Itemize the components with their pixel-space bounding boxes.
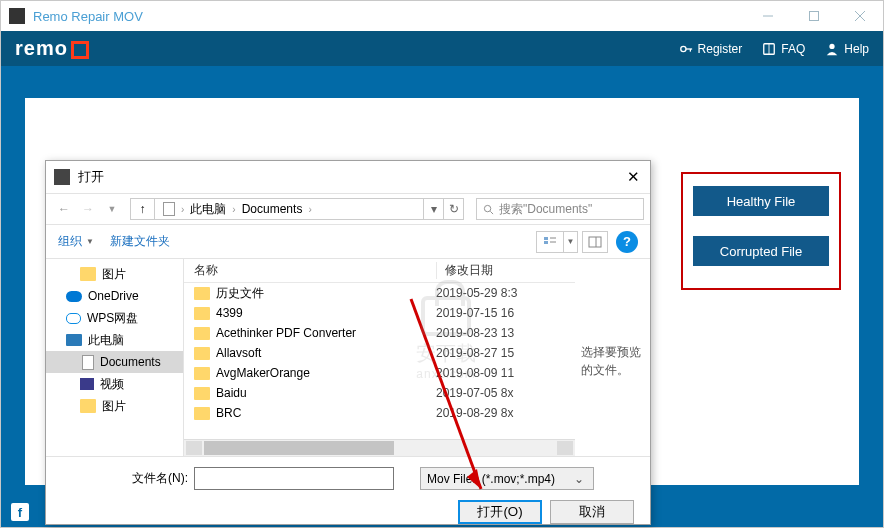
breadcrumb[interactable]: › 此电脑 › Documents › bbox=[155, 198, 423, 220]
help-link[interactable]: Help bbox=[825, 42, 869, 56]
file-date: 2019-07-05 8x bbox=[436, 386, 575, 400]
tree-item[interactable]: OneDrive bbox=[46, 285, 183, 307]
svg-rect-16 bbox=[589, 237, 601, 247]
faq-link[interactable]: FAQ bbox=[762, 42, 805, 56]
horizontal-scrollbar[interactable] bbox=[184, 439, 575, 456]
tree-item-label: OneDrive bbox=[88, 289, 139, 303]
folder-icon bbox=[80, 267, 96, 281]
column-date[interactable]: 修改日期 bbox=[436, 262, 575, 279]
svg-line-11 bbox=[490, 211, 493, 214]
chevron-down-icon: ▼ bbox=[86, 237, 94, 246]
nav-up-button[interactable]: ↑ bbox=[131, 199, 155, 219]
wps-icon bbox=[66, 313, 81, 324]
tree-item-label: 图片 bbox=[102, 398, 126, 415]
file-row[interactable]: Acethinker PDF Converter2019-08-23 13 bbox=[184, 323, 575, 343]
tree-item[interactable]: 视频 bbox=[46, 373, 183, 395]
close-button[interactable] bbox=[837, 1, 883, 31]
dialog-title: 打开 bbox=[78, 168, 104, 186]
corrupted-file-button[interactable]: Corrupted File bbox=[693, 236, 829, 266]
chevron-right-icon: › bbox=[181, 204, 184, 215]
tree-item[interactable]: 图片 bbox=[46, 395, 183, 417]
new-folder-button[interactable]: 新建文件夹 bbox=[110, 233, 170, 250]
folder-icon bbox=[194, 327, 210, 340]
search-icon bbox=[483, 204, 494, 215]
person-icon bbox=[825, 42, 839, 56]
file-name: 4399 bbox=[216, 306, 436, 320]
register-link[interactable]: Register bbox=[679, 42, 743, 56]
preview-pane: 选择要预览的文件。 bbox=[575, 259, 650, 456]
refresh-button[interactable]: ↻ bbox=[443, 198, 463, 220]
file-row[interactable]: Allavsoft2019-08-27 15 bbox=[184, 343, 575, 363]
vid-icon bbox=[80, 378, 94, 390]
main-area: Healthy File Corrupted File f 打开 ✕ ← → ▼… bbox=[1, 66, 883, 527]
logo: remo bbox=[15, 37, 89, 60]
book-icon bbox=[762, 42, 776, 56]
file-row[interactable]: Baidu2019-07-05 8x bbox=[184, 383, 575, 403]
svg-point-4 bbox=[680, 46, 685, 51]
logo-box-icon bbox=[71, 41, 89, 59]
folder-tree: 图片OneDriveWPS网盘此电脑Documents视频图片 bbox=[46, 259, 184, 456]
svg-point-10 bbox=[484, 205, 490, 211]
preview-icon bbox=[588, 236, 602, 248]
file-list: 名称 修改日期 历史文件2019-05-29 8:343992019-07-15… bbox=[184, 259, 575, 456]
scroll-thumb[interactable] bbox=[204, 441, 394, 455]
file-date: 2019-08-27 15 bbox=[436, 346, 575, 360]
svg-rect-13 bbox=[544, 241, 548, 244]
tree-item-label: WPS网盘 bbox=[87, 310, 138, 327]
view-menu[interactable]: ▼ bbox=[536, 231, 578, 253]
file-row[interactable]: 历史文件2019-05-29 8:3 bbox=[184, 283, 575, 303]
open-dialog: 打开 ✕ ← → ▼ ↑ › 此电脑 › Documents › bbox=[45, 160, 651, 525]
tree-item-label: 视频 bbox=[100, 376, 124, 393]
preview-pane-button[interactable] bbox=[582, 231, 608, 253]
tree-item[interactable]: 此电脑 bbox=[46, 329, 183, 351]
folder-icon bbox=[194, 407, 210, 420]
app-window: Remo Repair MOV remo Register FAQ Help H… bbox=[0, 0, 884, 528]
cloud-icon bbox=[66, 291, 82, 302]
file-name: Allavsoft bbox=[216, 346, 436, 360]
file-date: 2019-08-29 8x bbox=[436, 406, 575, 420]
file-date: 2019-08-23 13 bbox=[436, 326, 575, 340]
folder-icon bbox=[194, 307, 210, 320]
tree-item-label: Documents bbox=[100, 355, 161, 369]
file-date: 2019-05-29 8:3 bbox=[436, 286, 575, 300]
open-button[interactable]: 打开(O) bbox=[458, 500, 542, 524]
scroll-left-button[interactable] bbox=[186, 441, 202, 455]
file-name: 历史文件 bbox=[216, 285, 436, 302]
help-button[interactable]: ? bbox=[616, 231, 638, 253]
dialog-close-button[interactable]: ✕ bbox=[624, 168, 642, 186]
tree-item[interactable]: 图片 bbox=[46, 263, 183, 285]
chevron-right-icon: › bbox=[308, 204, 311, 215]
search-input[interactable]: 搜索"Documents" bbox=[476, 198, 644, 220]
organize-menu[interactable]: 组织 bbox=[58, 233, 82, 250]
dialog-title-bar: 打开 ✕ bbox=[46, 161, 650, 193]
facebook-icon[interactable]: f bbox=[11, 503, 29, 521]
nav-back-button[interactable]: ← bbox=[52, 198, 76, 220]
nav-forward-button[interactable]: → bbox=[76, 198, 100, 220]
brand-bar: remo Register FAQ Help bbox=[1, 31, 883, 66]
doc-icon bbox=[82, 355, 94, 370]
file-row[interactable]: BRC2019-08-29 8x bbox=[184, 403, 575, 423]
file-row[interactable]: 43992019-07-15 16 bbox=[184, 303, 575, 323]
scroll-right-button[interactable] bbox=[557, 441, 573, 455]
filetype-select[interactable]: Mov Files (*.mov;*.mp4) ⌄ bbox=[420, 467, 594, 490]
tree-item[interactable]: WPS网盘 bbox=[46, 307, 183, 329]
pc-icon bbox=[66, 334, 82, 346]
breadcrumb-dropdown[interactable]: ▾ bbox=[423, 198, 443, 220]
column-name[interactable]: 名称 bbox=[184, 262, 436, 279]
tree-item[interactable]: Documents bbox=[46, 351, 183, 373]
healthy-file-button[interactable]: Healthy File bbox=[693, 186, 829, 216]
window-title: Remo Repair MOV bbox=[33, 9, 143, 24]
minimize-button[interactable] bbox=[745, 1, 791, 31]
file-type-highlight: Healthy File Corrupted File bbox=[681, 172, 841, 290]
svg-rect-12 bbox=[544, 237, 548, 240]
dialog-icon bbox=[54, 169, 70, 185]
file-name: Baidu bbox=[216, 386, 436, 400]
maximize-button[interactable] bbox=[791, 1, 837, 31]
nav-recent-dropdown[interactable]: ▼ bbox=[100, 198, 124, 220]
file-row[interactable]: AvgMakerOrange2019-08-09 11 bbox=[184, 363, 575, 383]
titlebar: Remo Repair MOV bbox=[1, 1, 883, 31]
key-icon bbox=[679, 42, 693, 56]
file-name: BRC bbox=[216, 406, 436, 420]
cancel-button[interactable]: 取消 bbox=[550, 500, 634, 524]
filename-input[interactable] bbox=[194, 467, 394, 490]
